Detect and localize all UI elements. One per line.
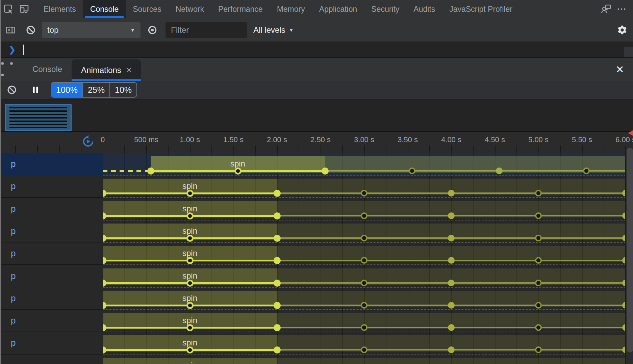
keyframe-point[interactable]: [274, 346, 281, 354]
tab-performance[interactable]: Performance: [211, 0, 270, 18]
speed-button-100-[interactable]: 100%: [51, 83, 82, 97]
animation-preview-thumbnail[interactable]: [5, 104, 72, 131]
keyframe-point[interactable]: [448, 212, 455, 219]
keyframe-point[interactable]: [274, 212, 281, 219]
keyframe-point[interactable]: [361, 212, 368, 219]
keyframe-point[interactable]: [448, 346, 455, 353]
keyframe-point[interactable]: [274, 302, 281, 309]
console-filter-input[interactable]: [166, 22, 247, 38]
keyframe-point[interactable]: [361, 190, 368, 197]
animation-row[interactable]: spinp: [1, 310, 633, 332]
keyframe-point[interactable]: [448, 280, 455, 286]
keyframe-point[interactable]: [448, 190, 455, 197]
keyframe-point[interactable]: [186, 346, 194, 354]
tab-sources[interactable]: Sources: [126, 0, 168, 18]
keyframe-point[interactable]: [274, 257, 281, 264]
javascript-context-select[interactable]: top ▼: [42, 22, 141, 38]
animation-node-label[interactable]: p: [1, 220, 103, 243]
user-feedback-button[interactable]: [598, 4, 614, 15]
live-expression-button[interactable]: [145, 18, 160, 42]
clear-console-button[interactable]: [23, 18, 39, 42]
keyframe-point[interactable]: [186, 280, 194, 287]
keyframe-point[interactable]: [583, 167, 590, 174]
keyframe-point[interactable]: [535, 235, 542, 241]
inspect-element-button[interactable]: [1, 0, 16, 18]
keyframe-point[interactable]: [361, 280, 368, 286]
pause-all-animations-button[interactable]: [28, 81, 43, 99]
keyframe-point[interactable]: [448, 302, 455, 309]
animation-row[interactable]: spinp: [1, 220, 633, 243]
more-options-button[interactable]: [614, 4, 629, 15]
keyframe-point[interactable]: [535, 190, 542, 197]
keyframe-point[interactable]: [361, 302, 368, 309]
close-tab-icon[interactable]: ✕: [126, 66, 132, 74]
keyframe-point[interactable]: [186, 212, 194, 219]
animation-node-label[interactable]: p: [1, 310, 103, 332]
animation-row[interactable]: spinp: [1, 153, 633, 176]
tab-audits[interactable]: Audits: [406, 0, 442, 18]
animation-node-label[interactable]: p: [1, 355, 103, 364]
close-drawer-button[interactable]: ✕: [612, 63, 627, 75]
keyframe-point[interactable]: [234, 167, 242, 175]
scrollbar-thumb[interactable]: [627, 148, 633, 353]
tab-memory[interactable]: Memory: [270, 0, 312, 18]
animation-node-label[interactable]: p: [1, 198, 103, 220]
console-sidebar-toggle-button[interactable]: [3, 18, 18, 42]
console-prompt[interactable]: ❯: [1, 42, 633, 57]
animation-node-label[interactable]: p: [1, 175, 103, 198]
keyframe-point[interactable]: [535, 257, 542, 264]
animation-bar[interactable]: [103, 358, 277, 364]
keyframe-point[interactable]: [186, 235, 194, 242]
keyframe-point[interactable]: [186, 190, 194, 197]
tab-console[interactable]: Console: [83, 0, 126, 18]
keyframe-point[interactable]: [535, 324, 542, 331]
keyframe-point[interactable]: [361, 235, 368, 241]
animation-row[interactable]: spinp: [1, 198, 633, 220]
drawer-tab-animations[interactable]: Animations ✕: [72, 59, 141, 81]
animation-row[interactable]: spinp: [1, 175, 633, 198]
keyframe-point[interactable]: [186, 324, 194, 331]
keyframe-point[interactable]: [409, 167, 415, 174]
keyframe-point[interactable]: [535, 212, 542, 219]
tab-javascript-profiler[interactable]: JavaScript Profiler: [442, 0, 520, 18]
animation-node-label[interactable]: p: [1, 332, 103, 355]
device-toolbar-button[interactable]: [16, 0, 32, 18]
speed-button-10-[interactable]: 10%: [109, 83, 136, 97]
tab-elements[interactable]: Elements: [36, 0, 83, 18]
timeline-scrubber-handle[interactable]: [628, 129, 633, 137]
keyframe-point[interactable]: [535, 280, 542, 286]
speed-button-25-[interactable]: 25%: [82, 83, 109, 97]
keyframe-point[interactable]: [448, 235, 455, 241]
tab-network[interactable]: Network: [169, 0, 211, 18]
animation-row[interactable]: spinp: [1, 265, 633, 288]
animation-node-label[interactable]: p: [1, 287, 103, 310]
animation-row[interactable]: spinp: [1, 355, 633, 364]
animation-row[interactable]: spinp: [1, 287, 633, 310]
keyframe-point[interactable]: [274, 280, 281, 287]
more-tools-button[interactable]: • • •: [1, 58, 23, 81]
animation-node-label[interactable]: p: [1, 153, 103, 176]
animation-node-label[interactable]: p: [1, 265, 103, 288]
keyframe-point[interactable]: [496, 167, 503, 174]
keyframe-point[interactable]: [361, 346, 368, 353]
vertical-scrollbar[interactable]: [625, 146, 633, 364]
clear-animations-button[interactable]: [4, 81, 20, 99]
keyframe-point[interactable]: [274, 235, 281, 242]
keyframe-point[interactable]: [274, 190, 281, 197]
keyframe-point[interactable]: [274, 324, 281, 331]
tab-security[interactable]: Security: [364, 0, 406, 18]
keyframe-point[interactable]: [322, 167, 329, 175]
tab-application[interactable]: Application: [312, 0, 364, 18]
keyframe-point[interactable]: [361, 257, 368, 264]
animation-row[interactable]: spinp: [1, 242, 633, 265]
keyframe-point[interactable]: [448, 257, 455, 264]
keyframe-point[interactable]: [186, 302, 194, 309]
animation-node-label[interactable]: p: [1, 242, 103, 265]
animation-row[interactable]: spinp: [1, 332, 633, 355]
keyframe-point[interactable]: [448, 324, 455, 331]
console-settings-button[interactable]: [614, 18, 630, 42]
keyframe-point[interactable]: [186, 257, 194, 264]
drawer-tab-console[interactable]: Console: [23, 58, 72, 81]
keyframe-point[interactable]: [535, 302, 542, 309]
log-levels-dropdown[interactable]: All levels ▼: [253, 25, 294, 35]
